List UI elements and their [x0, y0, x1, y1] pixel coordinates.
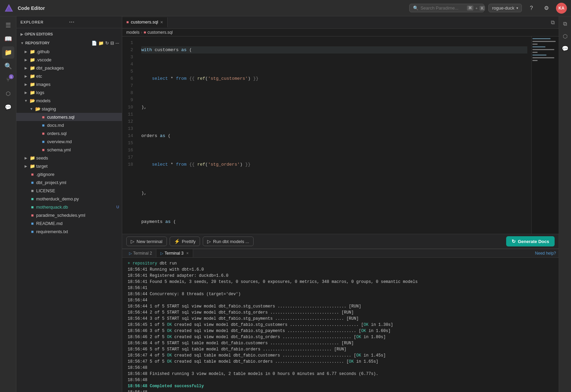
run-dbt-button[interactable]: ▷ Run dbt models ...	[203, 237, 254, 246]
chevron-down-icon: ▼	[20, 41, 24, 45]
split-editor-icon[interactable]: ⧉	[549, 18, 556, 27]
chat-icon: 💬	[562, 45, 569, 52]
generate-docs-button[interactable]: ↻ Generate Docs	[506, 236, 555, 246]
tree-item-dbt-packages[interactable]: ▶ 📁 dbt_packages	[16, 64, 122, 72]
tree-item-staging[interactable]: ▼ 📂 staging	[16, 105, 122, 113]
help-button[interactable]: ?	[526, 3, 537, 14]
avatar-initials: KA	[558, 6, 564, 11]
tree-item-dbt-project[interactable]: ■ dbt_project.yml	[16, 178, 122, 186]
branch-selector[interactable]: rogue-duck ▾	[488, 4, 522, 12]
breadcrumb-file-icon: ■	[144, 30, 146, 35]
chevron-right-icon: ▶	[23, 164, 29, 168]
new-file-icon[interactable]: 📄	[91, 41, 97, 46]
tree-item-etc[interactable]: ▶ 📁 etc	[16, 72, 122, 80]
new-terminal-label: New terminal	[137, 239, 162, 244]
terminal-content[interactable]: + repository dbt run 18:56:41 Running wi…	[122, 258, 559, 392]
right-panel-layers-button[interactable]: ⧉	[560, 19, 570, 29]
code-editor: 1234 5678 9101112 13141516 1718 with cus…	[122, 36, 559, 234]
sidebar-menu-icon[interactable]: ···	[69, 19, 118, 25]
tree-item-overview-md[interactable]: ■ overview.md	[16, 137, 122, 146]
terminal-tab-3[interactable]: ▷ Terminal 3 ×	[156, 249, 193, 257]
terminal-help-link[interactable]: Need help?	[535, 251, 556, 256]
tree-item-motherduck-py[interactable]: ■ motherduck_demo.py	[16, 195, 122, 203]
tab-customers-sql[interactable]: ■ customers.sql ×	[122, 17, 168, 28]
book-icon: 📖	[4, 35, 12, 43]
repository-section[interactable]: ▼ REPOSITORY 📄 📁 ↻ ⊟ ···	[16, 39, 122, 47]
activity-git-button[interactable]: ⑂ 1	[2, 74, 14, 86]
tree-item-readme[interactable]: ■ README.md	[16, 219, 122, 227]
right-panel-graph-button[interactable]: ⬡	[560, 31, 570, 41]
terminal-area: ▷ Terminal 2 ▷ Terminal 3 × Need help? +…	[122, 249, 559, 392]
tree-item-orders-sql[interactable]: ■ orders.sql	[16, 129, 122, 137]
open-editors-section[interactable]: ▶ OPEN EDITORS	[16, 30, 122, 39]
tree-item-schema-yml[interactable]: ■ schema.yml	[16, 146, 122, 154]
search-input[interactable]	[420, 5, 465, 11]
search-icon: 🔍	[413, 5, 418, 11]
new-terminal-button[interactable]: ▷ New terminal	[126, 237, 167, 246]
breadcrumb-file[interactable]: customers.sql	[147, 30, 173, 35]
breadcrumb-models[interactable]: models	[126, 30, 140, 35]
activity-files-button[interactable]: 📁	[2, 46, 14, 59]
terminal-tab-close-button[interactable]: ×	[186, 251, 189, 256]
tree-item-customers-sql[interactable]: ■ customers.sql	[16, 113, 122, 121]
more-icon[interactable]: ···	[115, 41, 119, 46]
db-file-icon: ■	[29, 205, 35, 210]
terminal-tab-2[interactable]: ▷ Terminal 2	[125, 249, 156, 257]
run-icon: ▷	[207, 239, 211, 244]
folder-icon: 📁	[29, 164, 35, 169]
right-panel-chat-button[interactable]: 💬	[560, 44, 570, 53]
search-bar[interactable]: 🔍 ⌘ + K	[409, 4, 484, 12]
refresh-icon[interactable]: ↻	[105, 41, 109, 46]
txt-file-icon: ■	[29, 229, 35, 234]
terminal-line: 18:56:46 5 of 5 START sql table model db…	[128, 346, 553, 352]
tree-item-github[interactable]: ▶ 📁 .github	[16, 47, 122, 56]
md-file-icon: ■	[40, 139, 46, 144]
tree-item-seeds[interactable]: ▶ 📁 seeds	[16, 154, 122, 162]
new-folder-icon[interactable]: 📁	[98, 41, 104, 46]
activity-menu-button[interactable]: ☰	[2, 19, 14, 31]
tree-item-license[interactable]: ■ LICENSE	[16, 186, 122, 195]
tree-item-vscode[interactable]: ▶ 📁 .vscode	[16, 56, 122, 64]
activity-graph-button[interactable]: ⬡	[2, 87, 14, 100]
tab-close-button[interactable]: ×	[160, 19, 163, 25]
collapse-icon[interactable]: ⊟	[110, 41, 114, 46]
avatar-button[interactable]: KA	[556, 3, 567, 14]
activity-search-button[interactable]: 🔍	[2, 60, 14, 72]
terminal-line: 18:56:48	[128, 365, 553, 371]
tree-item-images[interactable]: ▶ 📁 images	[16, 80, 122, 88]
generate-docs-label: Generate Docs	[518, 239, 549, 244]
md-file-icon: ■	[40, 123, 46, 128]
code-content[interactable]: with customers as ( select * from {{ ref…	[137, 36, 531, 234]
settings-button[interactable]: ⚙	[541, 3, 552, 14]
terminal-line: 18:56:41 Running with dbt=1.6.0	[128, 267, 553, 273]
terminal-line: 18:56:45 1 of 5 OK created sql view mode…	[128, 322, 553, 328]
activity-chat-button[interactable]: 💬	[2, 101, 14, 113]
prompt-plus: +	[128, 261, 130, 266]
tab-bar: ■ customers.sql × ⧉	[122, 16, 559, 29]
folder-icon: 📁	[29, 90, 35, 95]
prettify-icon: ⚡	[174, 239, 180, 244]
tree-item-logs[interactable]: ▶ 📁 logs	[16, 88, 122, 96]
terminal-icon: ▷	[131, 239, 134, 244]
modified-badge: U	[116, 205, 119, 209]
terminal-line: 18:56:48 Finished running 3 view models,…	[128, 371, 553, 377]
tab-label: customers.sql	[131, 19, 158, 25]
search-icon: 🔍	[4, 62, 12, 70]
tree-item-requirements[interactable]: ■ requirements.txt	[16, 227, 122, 236]
tree-item-motherquack-db[interactable]: ■ motherquack.db U	[16, 203, 122, 211]
terminal-tabs: ▷ Terminal 2 ▷ Terminal 3 × Need help?	[122, 249, 559, 258]
tree-item-paradime-schedules[interactable]: ■ paradime_schedules.yml	[16, 211, 122, 219]
prettify-button[interactable]: ⚡ Prettify	[170, 237, 200, 246]
tree-item-docs-md[interactable]: ■ docs.md	[16, 121, 122, 129]
tree-item-gitignore[interactable]: ■ .gitignore	[16, 170, 122, 178]
app-title: Code Editor	[18, 5, 45, 11]
chevron-down-icon: ▼	[23, 99, 29, 103]
terminal-line: 18:56:44 1 of 5 START sql view model dbt…	[128, 303, 553, 310]
tree-item-models[interactable]: ▼ 📂 models	[16, 96, 122, 105]
refresh-icon: ↻	[512, 239, 516, 244]
branch-name: rogue-duck	[492, 5, 514, 11]
activity-explorer-button[interactable]: 📖	[2, 33, 14, 45]
line-numbers: 1234 5678 9101112 13141516 1718	[122, 36, 137, 234]
terminal-line: 18:56:46 2 of 5 OK created sql view mode…	[128, 334, 553, 340]
tree-item-target[interactable]: ▶ 📁 target	[16, 162, 122, 170]
